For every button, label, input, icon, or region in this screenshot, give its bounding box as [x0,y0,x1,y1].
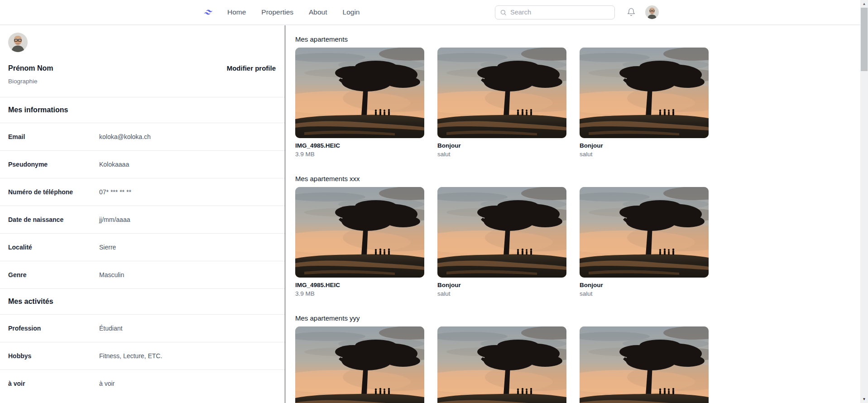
navbar-inner: Home Properties About Login [201,0,659,24]
card-subtitle: salut [580,290,709,297]
sidebar-row-localite: Localité Sierre [0,233,285,261]
apartment-card: Bonjour salut [580,187,709,297]
profile-avatar [8,33,28,52]
field-value: Fitness, Lecture, ETC. [99,352,162,360]
apartment-card [437,326,566,403]
card-row [295,326,860,403]
scroll-down-icon[interactable]: ▼ [860,395,868,403]
search-icon [500,9,507,16]
profile-name: Prénom Nom [8,64,53,73]
profile-name-row: Prénom Nom Modifier profile [8,64,276,73]
sidebar-row-a-voir: à voir à voir [0,369,285,397]
card-title: IMG_4985.HEIC [295,142,424,149]
navbar-avatar[interactable] [645,5,659,19]
apartment-card: Bonjour salut [437,187,566,297]
card-subtitle: 3.9 MB [295,150,424,158]
tailwind-waves-icon [201,7,215,17]
card-title: IMG_4985.HEIC [295,281,424,289]
apartment-card: Bonjour salut [580,48,709,158]
sunset-tree-photo[interactable] [580,48,709,138]
field-label: Hobbys [8,352,99,360]
search-box [495,5,615,19]
apartments-section-1: Mes apartements IMG_4985.HEIC 3.9 MB Bon [295,35,860,158]
field-value: Sierre [99,244,116,251]
page-body: Prénom Nom Modifier profile Biographie M… [0,25,860,403]
sunset-tree-photo[interactable] [295,326,424,403]
sidebar-row-genre: Genre Masculin [0,261,285,288]
navbar: Home Properties About Login [0,0,860,25]
field-label: Email [8,133,99,140]
sunset-tree-photo[interactable] [437,326,566,403]
section-title: Mes apartements [295,35,860,43]
apartment-card: IMG_4985.HEIC 3.9 MB [295,48,424,158]
sidebar-row-telephone: Numéro de téléphone 07* *** ** ** [0,178,285,206]
card-title: Bonjour [437,142,566,149]
app-logo[interactable] [201,7,215,17]
apartments-section-2: Mes apartements xxx IMG_4985.HEIC 3.9 MB [295,174,860,297]
field-value: 07* *** ** ** [99,188,131,196]
field-label: Genre [8,271,99,278]
search-input[interactable] [510,9,610,16]
field-label: à voir [8,380,99,387]
scrollbar-thumb[interactable] [861,8,868,71]
field-label: Profession [8,325,99,332]
apartments-main: Mes apartements IMG_4985.HEIC 3.9 MB Bon [285,25,860,403]
card-subtitle: salut [437,290,566,297]
card-title: Bonjour [437,281,566,289]
profile-bio: Biographie [8,77,276,97]
section-heading-informations: Mes informations [0,97,285,123]
nav-link-login[interactable]: Login [343,8,360,16]
sunset-tree-photo[interactable] [437,48,566,138]
field-value: Masculin [99,271,124,278]
apartment-card [580,326,709,403]
field-label: Date de naissance [8,216,99,223]
section-title: Mes apartements xxx [295,174,860,183]
sidebar-row-email: Email koloka@koloka.ch [0,123,285,150]
sunset-tree-photo[interactable] [295,48,424,138]
profile-sidebar: Prénom Nom Modifier profile Biographie M… [0,25,285,403]
profile-header: Prénom Nom Modifier profile Biographie [0,25,285,97]
scroll-up-icon[interactable]: ▲ [860,0,868,8]
sidebar-row-hobbys: Hobbys Fitness, Lecture, ETC. [0,342,285,369]
edit-profile-button[interactable]: Modifier profile [227,64,276,73]
sidebar-row-pseudonyme: Pseudonyme Kolokaaaa [0,150,285,178]
card-subtitle: salut [437,150,566,158]
field-value: Kolokaaaa [99,161,129,168]
nav-link-about[interactable]: About [309,8,327,16]
bell-icon[interactable] [627,8,636,17]
apartments-section-3: Mes apartements yyy [295,314,860,403]
sidebar-row-naissance: Date de naissance jj/mm/aaaa [0,206,285,233]
sunset-tree-photo[interactable] [295,187,424,278]
vertical-scrollbar[interactable]: ▲ ▼ [860,0,868,403]
apartment-card [295,326,424,403]
field-value: à voir [99,380,115,387]
card-subtitle: 3.9 MB [295,290,424,297]
field-value: Étudiant [99,325,122,332]
card-subtitle: salut [580,150,709,158]
card-title: Bonjour [580,281,709,289]
card-row: IMG_4985.HEIC 3.9 MB Bonjour salut [295,187,860,297]
apartment-card: IMG_4985.HEIC 3.9 MB [295,187,424,297]
sunset-tree-photo[interactable] [437,187,566,278]
section-title: Mes apartements yyy [295,314,860,322]
field-label: Pseudonyme [8,161,99,168]
field-value: jj/mm/aaaa [99,216,130,223]
apartment-card: Bonjour salut [437,48,566,158]
nav-link-home[interactable]: Home [227,8,246,16]
field-value: koloka@koloka.ch [99,133,151,140]
profile-page: Home Properties About Login [0,0,868,403]
card-title: Bonjour [580,142,709,149]
sunset-tree-photo[interactable] [580,326,709,403]
field-label: Numéro de téléphone [8,188,99,196]
field-label: Localité [8,244,99,251]
card-row: IMG_4985.HEIC 3.9 MB Bonjour salut [295,48,860,158]
section-heading-activites: Mes activités [0,288,285,314]
nav-link-properties[interactable]: Properties [261,8,293,16]
sidebar-row-profession: Profession Étudiant [0,314,285,342]
sunset-tree-photo[interactable] [580,187,709,278]
